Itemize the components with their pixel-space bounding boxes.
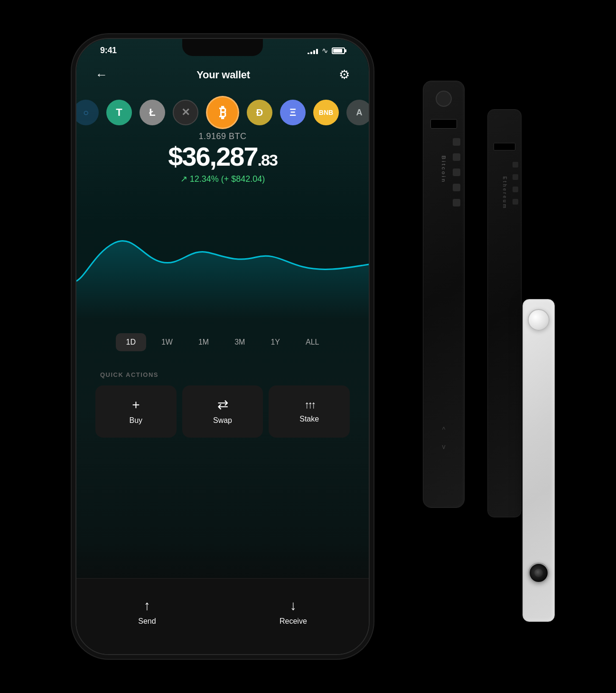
send-icon: ↑ — [144, 598, 150, 613]
receive-label: Receive — [280, 617, 307, 626]
receive-button[interactable]: ↓ Receive — [280, 598, 307, 626]
time-filters: 1D 1W 1M 3M 1Y ALL — [76, 333, 369, 351]
buy-button[interactable]: + Buy — [95, 385, 177, 438]
plus-icon: + — [132, 398, 140, 412]
nano-x-top-button — [436, 91, 452, 107]
send-button[interactable]: ↑ Send — [138, 598, 156, 626]
ledger-nano-x: Bitcoin ^ v — [423, 81, 465, 508]
stake-button[interactable]: ↑↑↑ Stake — [269, 385, 350, 438]
coin-row: ○ T Ł ✕ ₿ Ð Ξ — [76, 96, 369, 129]
swap-button[interactable]: ⇄ Swap — [182, 385, 263, 438]
nano-x-icons — [453, 138, 460, 206]
usd-balance: $36,287.83 — [76, 143, 369, 170]
nano-white-top-circle — [528, 309, 550, 331]
balance-section: 1.9169 BTC $36,287.83 ↗ 12.34% (+ $842.0… — [76, 131, 369, 184]
time-filter-all[interactable]: ALL — [295, 333, 329, 351]
nano-x-label: Bitcoin — [441, 156, 447, 183]
ledger-nano-s-black: Ethereum — [487, 109, 522, 517]
nano-x-controls: ^ v — [442, 426, 446, 450]
signal-icon — [308, 47, 318, 54]
receive-icon: ↓ — [290, 598, 297, 613]
send-label: Send — [138, 617, 156, 626]
swap-icon: ⇄ — [217, 398, 228, 412]
battery-icon — [332, 47, 345, 54]
notch — [182, 39, 263, 56]
back-button[interactable]: ← — [95, 67, 108, 82]
buy-label: Buy — [130, 416, 143, 425]
coin-item[interactable]: Ξ — [280, 100, 306, 125]
nano-s-label: Ethereum — [502, 176, 507, 209]
nano-white-camera — [528, 562, 549, 583]
scene: 9:41 ∿ ← Your wallet — [47, 14, 569, 679]
crypto-amount: 1.9169 BTC — [76, 131, 369, 141]
stake-label: Stake — [299, 415, 319, 423]
quick-actions: + Buy ⇄ Swap ↑↑↑ Stake — [95, 385, 350, 438]
bitcoin-coin[interactable]: ₿ — [206, 96, 239, 129]
price-chart — [76, 196, 369, 328]
time-filter-1d[interactable]: 1D — [116, 333, 146, 351]
coin-item[interactable]: ○ — [76, 100, 99, 125]
nano-s-icons — [513, 162, 518, 205]
header: ← Your wallet ⚙ — [76, 67, 369, 82]
time-filter-1m[interactable]: 1M — [188, 333, 219, 351]
time-filter-1w[interactable]: 1W — [151, 333, 183, 351]
coin-item[interactable]: Ł — [140, 100, 165, 125]
screen-fade — [76, 543, 369, 581]
status-icons: ∿ — [308, 46, 345, 55]
settings-button[interactable]: ⚙ — [339, 67, 350, 82]
coin-item[interactable]: A — [346, 100, 369, 125]
coin-item[interactable]: T — [106, 100, 132, 125]
status-time: 9:41 — [100, 46, 117, 56]
screen: 9:41 ∿ ← Your wallet — [76, 39, 369, 654]
time-filter-1y[interactable]: 1Y — [260, 333, 290, 351]
time-filter-3m[interactable]: 3M — [224, 333, 255, 351]
wifi-icon: ∿ — [322, 46, 328, 55]
coin-item[interactable]: BNB — [313, 100, 339, 125]
nano-x-screen — [430, 119, 457, 129]
page-title: Your wallet — [196, 69, 250, 81]
percent-change: ↗ 12.34% (+ $842.04) — [76, 174, 369, 184]
stake-icon: ↑↑↑ — [304, 400, 314, 410]
bottom-bar: ↑ Send ↓ Receive — [76, 578, 369, 654]
swap-label: Swap — [213, 416, 232, 425]
coin-item[interactable]: Ð — [247, 100, 272, 125]
quick-actions-label: QUICK ACTIONS — [100, 371, 159, 378]
ledger-nano-s-white — [523, 299, 555, 622]
nano-s-screen — [494, 143, 515, 150]
chart-container — [76, 196, 369, 328]
coin-item[interactable]: ✕ — [173, 100, 198, 125]
phone: 9:41 ∿ ← Your wallet — [75, 38, 370, 655]
usd-cents: .83 — [258, 151, 277, 169]
